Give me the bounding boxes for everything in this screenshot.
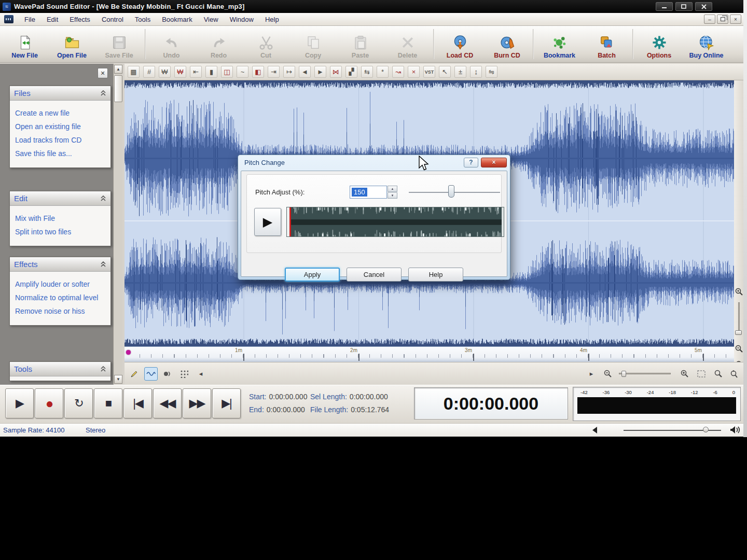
pitch-slider[interactable] <box>409 192 500 193</box>
copy-button[interactable]: Copy <box>289 27 337 61</box>
scrub-tool-button[interactable] <box>161 367 174 381</box>
edit-tool-icon-23[interactable]: ↨ <box>470 66 482 78</box>
edit-tool-icon-18[interactable]: ↝ <box>392 66 404 78</box>
tools-panel-header[interactable]: Tools <box>10 362 110 376</box>
grid-tool-button[interactable] <box>177 367 191 381</box>
edit-tool-icon-12[interactable]: ◄ <box>299 66 311 78</box>
mdi-minimize-button[interactable]: – <box>704 15 715 24</box>
edit-tool-icon-5[interactable]: ⇤ <box>190 66 202 78</box>
stop-button[interactable]: ■ <box>94 388 122 418</box>
link-amplify[interactable]: Amplify louder or softer <box>15 279 104 289</box>
undo-button[interactable]: Undo <box>148 27 195 61</box>
redo-button[interactable]: Redo <box>195 27 242 61</box>
scrollbar-thumb[interactable] <box>114 75 122 102</box>
menu-effects[interactable]: Effects <box>64 13 96 25</box>
playhead-marker[interactable] <box>126 350 131 355</box>
rewind-button[interactable]: ◀◀ <box>153 388 182 418</box>
burn-cd-button[interactable]: Burn CD <box>483 27 531 61</box>
edit-tool-icon-21[interactable]: ↖ <box>439 66 451 78</box>
edit-panel-header[interactable]: Edit <box>10 191 110 206</box>
edit-tool-icon-10[interactable]: ⇥ <box>268 66 280 78</box>
cut-button[interactable]: Cut <box>242 27 289 61</box>
edit-tool-icon-16[interactable]: ⇆ <box>361 66 373 78</box>
spin-up-icon[interactable]: ▲ <box>388 186 397 192</box>
vertical-zoom-slider[interactable] <box>738 302 740 334</box>
fast-forward-button[interactable]: ▶▶ <box>183 388 211 418</box>
edit-tool-icon-1[interactable]: ▩ <box>128 66 140 78</box>
link-save-file-as[interactable]: Save this file as... <box>15 149 104 159</box>
mdi-close-button[interactable]: × <box>730 15 741 24</box>
batch-button[interactable]: Batch <box>583 27 630 61</box>
edit-tool-icon-22[interactable]: ± <box>454 66 466 78</box>
loop-button[interactable]: ↻ <box>64 388 93 418</box>
menu-file[interactable]: File <box>19 13 41 25</box>
edit-tool-icon-11[interactable]: ↦ <box>283 66 295 78</box>
paste-button[interactable]: Paste <box>337 27 384 61</box>
scroll-up-icon[interactable]: ▲ <box>114 65 122 74</box>
menu-control[interactable]: Control <box>96 13 129 25</box>
dialog-close-button[interactable]: × <box>481 158 507 167</box>
buy-online-button[interactable]: Buy Online <box>683 27 730 61</box>
collapse-chevron-icon[interactable] <box>100 195 106 201</box>
link-create-new-file[interactable]: Create a new file <box>15 108 104 118</box>
options-button[interactable]: Options <box>635 27 683 61</box>
scroll-down-icon[interactable]: ▼ <box>114 375 122 384</box>
sidebar-close-button[interactable]: × <box>98 68 108 78</box>
bookmark-button[interactable]: Bookmark <box>536 27 583 61</box>
maximize-button[interactable] <box>675 2 693 11</box>
edit-tool-icon-13[interactable]: ► <box>314 66 326 78</box>
record-button[interactable]: ● <box>35 388 63 418</box>
load-cd-button[interactable]: Load CD <box>436 27 483 61</box>
menu-tools[interactable]: Tools <box>129 13 156 25</box>
new-file-button[interactable]: New File <box>1 27 48 61</box>
go-to-start-button[interactable]: |◀ <box>123 388 152 418</box>
spin-down-icon[interactable]: ▼ <box>388 192 397 199</box>
sidebar-scrollbar[interactable]: ▲ ▼ <box>113 64 122 385</box>
collapse-chevron-icon[interactable] <box>100 366 106 372</box>
zoom-slider-thumb[interactable] <box>621 371 626 377</box>
menu-edit[interactable]: Edit <box>41 13 64 25</box>
timeline-ruler[interactable]: 1m 2m 3m 4m 5m <box>125 346 734 362</box>
volume-slider-thumb[interactable] <box>703 427 709 432</box>
open-file-button[interactable]: Open File <box>48 27 95 61</box>
zoom-vertical-out-button[interactable] <box>734 345 743 353</box>
edit-tool-icon-3[interactable]: ₩ <box>159 66 171 78</box>
edit-tool-icon-14[interactable]: ⋈ <box>330 66 342 78</box>
delete-button[interactable]: Delete <box>384 27 431 61</box>
vertical-zoom-thumb[interactable] <box>735 330 742 335</box>
zoom-out-button[interactable] <box>601 367 615 381</box>
files-panel-header[interactable]: Files <box>10 86 110 101</box>
link-split-two-files[interactable]: Split into two files <box>15 227 104 237</box>
link-remove-noise[interactable]: Remove noise or hiss <box>15 306 104 316</box>
effects-panel-header[interactable]: Effects <box>10 257 110 272</box>
edit-tool-icon-8[interactable]: ~ <box>237 66 248 78</box>
collapse-chevron-icon[interactable] <box>100 90 106 96</box>
go-to-end-button[interactable]: ▶| <box>212 388 241 418</box>
edit-tool-icon-15[interactable]: ▞ <box>345 66 357 78</box>
speaker-loud-icon[interactable] <box>730 425 741 435</box>
link-load-tracks-cd[interactable]: Load tracks from CD <box>15 135 104 145</box>
edit-tool-icon-19[interactable]: × <box>408 66 420 78</box>
zoom-full-button[interactable] <box>695 367 708 381</box>
cancel-button[interactable]: Cancel <box>347 268 402 282</box>
edit-tool-icon-6[interactable]: ▮ <box>205 66 217 78</box>
preview-waveform[interactable] <box>286 207 504 237</box>
zoom-slider[interactable] <box>619 373 671 374</box>
play-button[interactable]: ▶ <box>5 388 34 418</box>
edit-tool-icon-9[interactable]: ◧ <box>252 66 264 78</box>
pitch-slider-thumb[interactable] <box>448 185 454 198</box>
link-normalize[interactable]: Normalize to optimal level <box>15 293 104 303</box>
edit-tool-icon-7[interactable]: ◫ <box>221 66 233 78</box>
scroll-back-button[interactable]: ◂ <box>194 367 208 381</box>
menu-view[interactable]: View <box>198 13 224 25</box>
help-button[interactable]: Help <box>408 268 463 282</box>
apply-button[interactable]: Apply <box>285 268 340 282</box>
pitch-adjust-input[interactable]: 150 <box>350 186 387 199</box>
collapse-chevron-icon[interactable] <box>100 261 106 267</box>
close-button[interactable] <box>695 2 712 11</box>
minimize-button[interactable] <box>656 2 673 11</box>
zoom-in-button[interactable] <box>678 367 691 381</box>
edit-tool-icon-2[interactable]: # <box>143 66 155 78</box>
pitch-adjust-spinner[interactable]: ▲ ▼ <box>388 186 397 199</box>
dialog-help-button[interactable]: ? <box>464 158 478 167</box>
